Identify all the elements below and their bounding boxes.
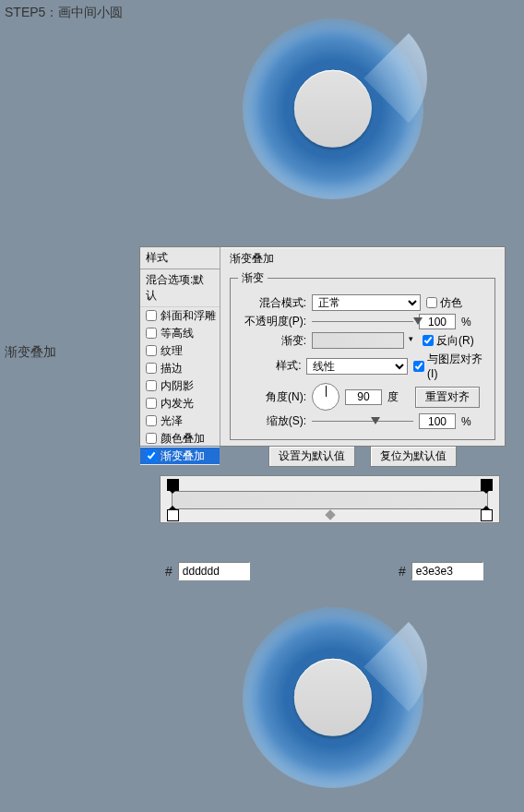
dial-graphic-top [243, 18, 423, 199]
style-item-inner-glow[interactable]: 内发光 [140, 395, 220, 412]
style-item-inner-shadow[interactable]: 内阴影 [140, 377, 220, 395]
blend-options-default[interactable]: 混合选项:默认 [140, 269, 220, 307]
align-label: 与图层对齐(I) [427, 352, 487, 380]
color-stop-left[interactable] [167, 509, 179, 521]
gradient-editor[interactable] [160, 475, 500, 523]
scale-label: 缩放(S): [238, 413, 306, 429]
style-item-contour[interactable]: 等高线 [140, 325, 220, 342]
style-checkbox[interactable] [146, 433, 157, 444]
style-item-texture[interactable]: 纹理 [140, 342, 220, 360]
opacity-slider[interactable] [312, 321, 413, 322]
style-label: 等高线 [161, 327, 194, 340]
slider-handle[interactable] [413, 317, 423, 325]
style-item-gradient-overlay[interactable]: 渐变叠加 [140, 448, 220, 465]
dither-input[interactable] [426, 297, 437, 308]
gradient-dropdown-icon[interactable]: ▾ [403, 332, 417, 349]
angle-label: 角度(N): [238, 389, 306, 405]
style-checkbox[interactable] [146, 345, 157, 356]
style-label: 描边 [161, 362, 183, 375]
align-checkbox[interactable]: 与图层对齐(I) [413, 352, 487, 380]
style-label: 颜色叠加 [161, 432, 205, 445]
align-input[interactable] [413, 361, 424, 372]
angle-input[interactable] [345, 389, 382, 405]
style-item-stroke[interactable]: 描边 [140, 360, 220, 377]
hash-icon: # [165, 564, 173, 579]
scale-slider[interactable] [312, 421, 413, 422]
style-label: 渐变叠加 [161, 449, 205, 462]
color-hex-input-2[interactable] [411, 562, 483, 580]
percent-sign: % [461, 415, 472, 428]
style-checkbox[interactable] [146, 415, 157, 426]
style-label: 斜面和浮雕 [161, 309, 216, 322]
opacity-stop-right[interactable] [481, 479, 493, 491]
reset-align-button[interactable]: 重置对齐 [415, 387, 480, 408]
midpoint-marker[interactable] [325, 509, 335, 519]
style-label: 光泽 [161, 414, 183, 427]
styles-list: 样式 混合选项:默认 斜面和浮雕 等高线 纹理 描边 内阴影 内发光 光泽 颜色… [140, 247, 220, 446]
opacity-label: 不透明度(P): [238, 314, 306, 329]
style-checkbox[interactable] [146, 450, 157, 461]
scale-input[interactable] [419, 413, 456, 429]
gradient-bar[interactable] [172, 491, 488, 509]
style-item-satin[interactable]: 光泽 [140, 412, 220, 430]
color-hex-input-1[interactable] [178, 562, 250, 580]
gradient-label: 渐变: [238, 333, 306, 349]
color-hex-2: # [399, 562, 483, 580]
style-label-row: 样式: [238, 358, 301, 374]
style-select[interactable]: 线性 [306, 358, 408, 375]
gradient-group: 渐变 混合模式: 正常 仿色 不透明度(P): % 渐变: ▾ 反向(R) 样式… [230, 270, 495, 440]
dither-checkbox[interactable]: 仿色 [426, 295, 462, 311]
layer-style-panel: 样式 混合选项:默认 斜面和浮雕 等高线 纹理 描边 内阴影 内发光 光泽 颜色… [139, 246, 506, 447]
opacity-input[interactable] [419, 314, 456, 329]
reverse-label: 反向(R) [436, 333, 474, 349]
angle-dial[interactable] [312, 383, 339, 411]
hash-icon: # [399, 564, 406, 579]
opacity-stop-left[interactable] [167, 479, 179, 491]
style-checkbox[interactable] [146, 398, 157, 409]
dither-label: 仿色 [440, 295, 462, 311]
style-item-bevel[interactable]: 斜面和浮雕 [140, 307, 220, 325]
step-title: STEP5：画中间小圆 [5, 5, 123, 21]
slider-handle[interactable] [371, 417, 380, 424]
blend-mode-select[interactable]: 正常 [312, 294, 421, 311]
style-checkbox[interactable] [146, 363, 157, 374]
color-hex-1: # [165, 562, 250, 580]
style-label: 内发光 [161, 397, 194, 410]
group-legend: 渐变 [238, 270, 268, 286]
dial-knob [294, 659, 372, 736]
style-checkbox[interactable] [146, 328, 157, 339]
dial-graphic-bottom [243, 607, 423, 788]
style-label: 纹理 [161, 344, 183, 357]
color-stop-right[interactable] [481, 509, 493, 521]
gradient-overlay-settings: 渐变叠加 渐变 混合模式: 正常 仿色 不透明度(P): % 渐变: ▾ 反向(… [220, 247, 505, 446]
dial-knob [294, 70, 372, 148]
style-item-color-overlay[interactable]: 颜色叠加 [140, 430, 220, 448]
set-default-button[interactable]: 设置为默认值 [268, 446, 355, 467]
degree-label: 度 [387, 389, 399, 405]
reverse-checkbox[interactable]: 反向(R) [423, 333, 474, 349]
blend-mode-label: 混合模式: [238, 295, 306, 311]
section-title: 渐变叠加 [230, 251, 495, 267]
reverse-input[interactable] [423, 335, 434, 346]
style-checkbox[interactable] [146, 380, 157, 391]
styles-header: 样式 [140, 247, 220, 269]
style-checkbox[interactable] [146, 310, 157, 321]
percent-sign: % [461, 316, 472, 328]
side-label: 渐变叠加 [5, 344, 56, 361]
reset-default-button[interactable]: 复位为默认值 [370, 446, 457, 467]
style-label: 内阴影 [161, 379, 194, 392]
gradient-preview[interactable]: ▾ [312, 332, 417, 349]
